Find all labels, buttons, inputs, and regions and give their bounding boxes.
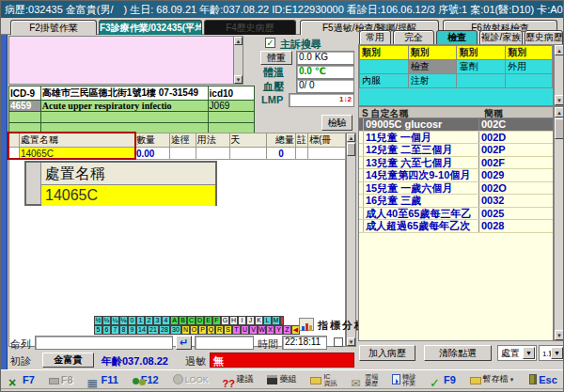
keypad-key[interactable]: 28 xyxy=(159,325,170,335)
scroll-up-icon[interactable]: ▲ xyxy=(555,107,564,118)
keypad-key[interactable]: 8 xyxy=(119,325,128,335)
keypad-key[interactable]: Z xyxy=(283,325,291,335)
rtab-exam[interactable]: 檢查 xyxy=(436,30,478,45)
keypad-key[interactable]: A xyxy=(170,316,179,325)
category-cell[interactable]: 注射 xyxy=(408,74,457,88)
keypad-key[interactable]: C xyxy=(187,316,196,325)
toolbar-referral[interactable]: 轉診作業 xyxy=(392,373,415,386)
keypad-key[interactable]: E xyxy=(204,316,212,325)
lmp-input[interactable]: 1↓2 xyxy=(289,93,354,107)
list-item[interactable]: 09005C glucosr002C xyxy=(359,118,553,132)
weight-value[interactable]: 0.0 KG xyxy=(296,51,354,65)
icd10-code[interactable]: J069 xyxy=(208,101,254,112)
weight-button[interactable]: 體重 xyxy=(260,51,292,65)
keypad-key[interactable]: I xyxy=(238,316,246,325)
keypad-key[interactable]: ½ xyxy=(94,316,102,325)
diagnosis-text[interactable]: Acute upper respiratory infectio xyxy=(40,101,208,112)
scroll-down-icon[interactable]: ▼ xyxy=(347,337,355,346)
toolbar-esc[interactable]: Esc xyxy=(527,374,557,385)
lab-test-button[interactable]: 檢驗 xyxy=(321,115,352,131)
category-cell[interactable]: 塞劑 xyxy=(457,60,506,74)
command-input[interactable] xyxy=(35,336,173,350)
icd-row[interactable]: 4659 Acute upper respiratory infectio J0… xyxy=(9,101,255,112)
list-item[interactable]: 15兒童 一歲六個月002O xyxy=(359,182,553,196)
category-cell[interactable]: 內服 xyxy=(360,74,409,88)
tab-f2-registration[interactable]: F2掛號作業 xyxy=(10,20,97,35)
scroll-thumb[interactable] xyxy=(555,118,564,139)
list-item[interactable]: 16兒童 三歲0032 xyxy=(359,195,553,208)
list-item[interactable]: 12兒童 二至三個月002P xyxy=(359,144,553,157)
category-select[interactable]: 處置 ▼ xyxy=(497,345,537,361)
unit-select[interactable]: 1.顆粒 ▼ xyxy=(539,345,564,361)
keypad-key[interactable]: 30 xyxy=(170,325,181,335)
route-cell[interactable] xyxy=(169,148,196,160)
rtab-followup-family[interactable]: 複診/家族 xyxy=(479,30,523,45)
toolbar-f12[interactable]: F12 xyxy=(133,374,159,385)
toolbar-suggest[interactable]: 建議 xyxy=(223,373,254,385)
keypad-key[interactable]: M xyxy=(272,316,280,325)
rtab-history[interactable]: 歷史病歷 xyxy=(525,30,563,45)
keypad-key[interactable]: 21 xyxy=(148,325,159,335)
rtab-complete[interactable]: 完全 xyxy=(393,30,434,45)
chief-search-checkbox[interactable]: ✓ xyxy=(265,38,275,48)
order-row[interactable]: 14065C 0.00 0 xyxy=(9,148,346,160)
keypad-key[interactable]: Y xyxy=(274,325,283,335)
category-cell[interactable] xyxy=(457,74,506,88)
keypad-key[interactable]: 0 xyxy=(128,316,136,325)
add-to-record-button[interactable]: 加入病歷 xyxy=(359,345,415,361)
patient-name-button[interactable]: 金富貴 xyxy=(42,353,94,368)
category-cell[interactable]: 外用 xyxy=(506,60,553,74)
keypad-key[interactable]: O xyxy=(190,325,198,335)
list-item[interactable]: 13兒童 六至七個月002F xyxy=(359,157,553,170)
keypad-key[interactable]: 1 xyxy=(136,316,145,325)
list-item[interactable]: 11兒童 一個月002D xyxy=(359,132,553,145)
toolbar-f7[interactable]: F7 xyxy=(8,374,35,385)
chevron-down-icon[interactable]: ▾ xyxy=(510,376,514,384)
keypad-key[interactable]: ⅙ xyxy=(119,316,128,325)
toolbar-ic-info[interactable]: IC資訊 xyxy=(310,373,337,386)
scroll-thumb[interactable] xyxy=(347,143,355,156)
keypad-key[interactable]: V xyxy=(249,325,258,335)
category-cell[interactable] xyxy=(360,60,409,74)
tab-f4-history[interactable]: F4歷史病歷 xyxy=(204,20,296,35)
list-item[interactable]: 成人40至65歲每三年乙0025 xyxy=(359,208,553,221)
keypad-key[interactable] xyxy=(280,316,284,325)
keypad-key[interactable]: F xyxy=(212,316,221,325)
keypad-key[interactable]: J xyxy=(246,316,255,325)
list-scrollbar[interactable]: ▲ ▼ xyxy=(554,106,564,341)
keypad-key[interactable]: N xyxy=(181,325,190,335)
category-cell[interactable] xyxy=(506,74,553,88)
chief-complaint-scrollbar[interactable]: ▲ ▼ xyxy=(233,37,243,84)
keypad-key[interactable]: B xyxy=(179,316,187,325)
procedure-code-cell[interactable]: 14065C xyxy=(19,148,134,160)
keypad-key[interactable]: S xyxy=(224,325,232,335)
usage-cell[interactable] xyxy=(196,148,229,160)
temperature-value[interactable]: 0.0 ℃ xyxy=(296,65,354,79)
keypad-key[interactable]: W xyxy=(258,325,266,335)
keypad-key[interactable]: K xyxy=(255,316,263,325)
enter-arrow-button[interactable]: ↵ xyxy=(176,336,192,350)
toolbar-cloud-history[interactable]: 雲端藥歷 xyxy=(351,373,378,386)
clear-selection-button[interactable]: 清除點選 xyxy=(424,345,492,361)
scroll-down-icon[interactable]: ▼ xyxy=(555,95,564,105)
toolbar-temp-save[interactable]: 暫存檔▾ xyxy=(470,373,514,385)
toolbar-f9[interactable]: F9 xyxy=(430,374,456,385)
time-checkbox[interactable] xyxy=(334,337,343,347)
scroll-up-icon[interactable]: ▲ xyxy=(234,37,243,45)
keypad-key[interactable]: Q xyxy=(207,325,215,335)
toolbar-look[interactable]: LOOK xyxy=(173,374,209,384)
keypad-key[interactable]: 3 xyxy=(153,316,162,325)
keypad-key[interactable]: 5 xyxy=(94,325,102,335)
qty-cell[interactable]: 0.00 xyxy=(134,148,169,160)
category-scrollbar[interactable]: ▲ ▼ xyxy=(554,44,564,106)
keypad-key[interactable]: ¼ xyxy=(111,316,119,325)
keypad-key[interactable]: U xyxy=(241,325,249,335)
keypad-key[interactable]: D xyxy=(196,316,204,325)
keypad-key[interactable]: 7 xyxy=(111,325,119,335)
scroll-up-icon[interactable]: ▲ xyxy=(347,133,355,142)
keypad-key[interactable]: G xyxy=(221,316,229,325)
keypad-key[interactable]: X xyxy=(266,325,274,335)
icd9-code[interactable]: 4659 xyxy=(9,101,41,112)
note-cell[interactable] xyxy=(296,148,308,160)
keypad-key[interactable]: 14 xyxy=(136,325,148,335)
